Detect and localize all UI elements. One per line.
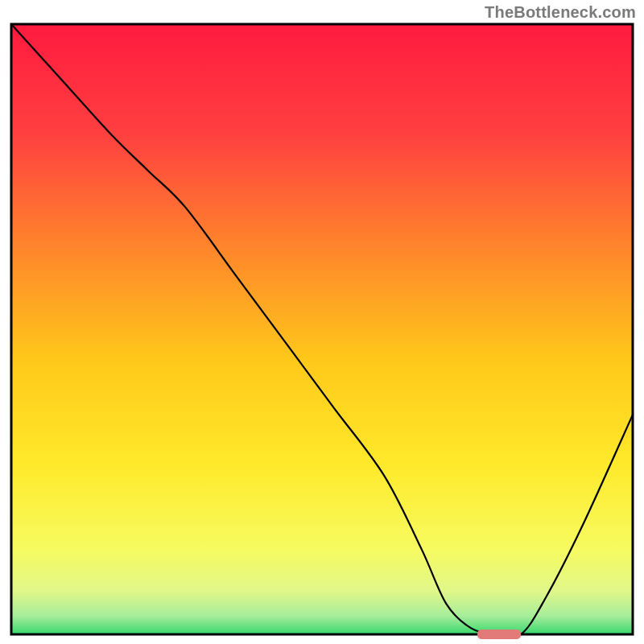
plot-gradient-background	[11, 24, 633, 634]
chart-stage: TheBottleneck.com	[0, 0, 644, 644]
chart-svg	[0, 0, 644, 644]
optimum-marker	[477, 630, 521, 639]
